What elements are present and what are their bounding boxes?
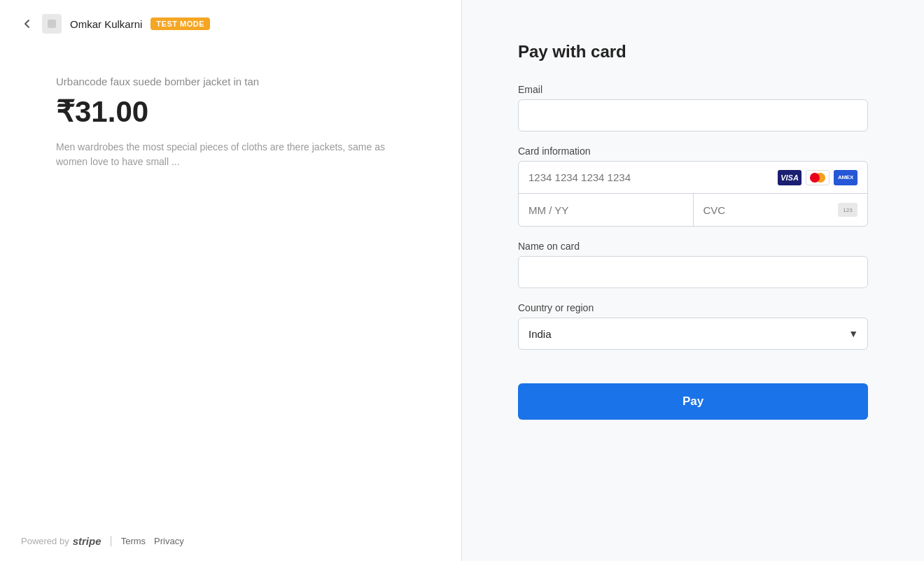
country-group: Country or region India United States Un…	[518, 302, 868, 350]
card-expiry-input[interactable]	[519, 194, 694, 226]
stripe-logo: stripe	[73, 535, 102, 547]
privacy-link[interactable]: Privacy	[154, 536, 184, 546]
mastercard-icon	[806, 170, 830, 185]
country-select[interactable]: India United States United Kingdom Austr…	[518, 318, 868, 350]
cvc-icon: 123	[838, 203, 858, 217]
product-price: ₹31.00	[56, 94, 405, 129]
right-panel: Pay with card Email Card information VIS…	[462, 0, 924, 561]
card-cvc-input[interactable]	[704, 204, 839, 216]
card-cvc-wrapper: 123	[694, 194, 868, 226]
amex-icon: AMEX	[834, 170, 858, 185]
card-icons: VISA AMEX	[778, 170, 858, 185]
name-label: Name on card	[518, 241, 868, 252]
email-group: Email	[518, 84, 868, 132]
email-input[interactable]	[518, 99, 868, 132]
footer-divider: |	[110, 534, 113, 547]
left-footer: Powered by stripe | Terms Privacy	[0, 520, 461, 561]
test-mode-badge: TEST MODE	[150, 17, 210, 30]
visa-icon: VISA	[778, 170, 802, 185]
pay-button[interactable]: Pay	[518, 383, 868, 420]
pay-title: Pay with card	[518, 42, 868, 62]
name-group: Name on card	[518, 241, 868, 288]
powered-by: Powered by stripe	[21, 535, 102, 547]
back-button[interactable]	[21, 17, 34, 30]
merchant-icon	[42, 14, 62, 34]
country-label: Country or region	[518, 302, 868, 313]
powered-by-text: Powered by	[21, 536, 69, 546]
product-name: Urbancode faux suede bomber jacket in ta…	[56, 76, 405, 87]
left-header: Omkar Kulkarni TEST MODE	[0, 0, 461, 48]
email-label: Email	[518, 84, 868, 95]
product-description: Men wardrobes the most special pieces of…	[56, 140, 405, 169]
left-panel: Omkar Kulkarni TEST MODE Urbancode faux …	[0, 0, 462, 561]
card-info-label: Card information	[518, 145, 868, 157]
terms-link[interactable]: Terms	[121, 536, 146, 546]
card-info-group: Card information VISA AMEX	[518, 145, 868, 227]
card-expiry-cvc-row: 123	[519, 194, 867, 226]
svg-rect-0	[48, 20, 56, 28]
card-number-row: VISA AMEX	[519, 162, 867, 194]
card-number-input[interactable]	[528, 171, 778, 183]
card-info-container: VISA AMEX 123	[518, 161, 868, 227]
country-select-wrapper: India United States United Kingdom Austr…	[518, 318, 868, 350]
name-input[interactable]	[518, 256, 868, 288]
merchant-name: Omkar Kulkarni	[70, 18, 142, 30]
left-content: Urbancode faux suede bomber jacket in ta…	[0, 48, 461, 520]
